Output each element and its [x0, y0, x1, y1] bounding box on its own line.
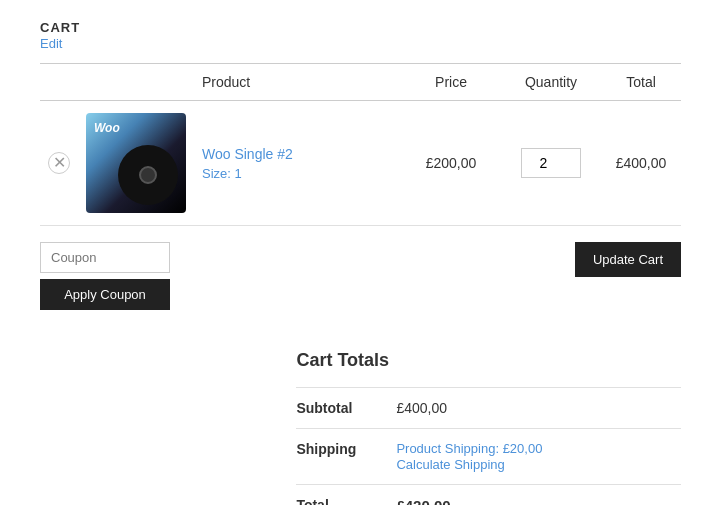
col-header-quantity: Quantity [501, 64, 601, 101]
shipping-product-text: Product Shipping: £20,00 [396, 441, 681, 456]
size-label: Size: [202, 166, 231, 181]
edit-link[interactable]: Edit [40, 36, 62, 51]
remove-cell: ✕ [40, 101, 78, 226]
cart-title: CART [40, 20, 681, 35]
cart-totals-title: Cart Totals [296, 350, 681, 371]
coupon-section: Apply Coupon [40, 242, 170, 310]
col-header-image [78, 64, 194, 101]
totals-table: Subtotal £400,00 Shipping Product Shippi… [296, 387, 681, 505]
price-cell: £200,00 [401, 101, 501, 226]
col-header-total: Total [601, 64, 681, 101]
product-size: Size: 1 [202, 166, 393, 181]
total-row: Total £420,00 [296, 485, 681, 506]
shipping-value: Product Shipping: £20,00 Calculate Shipp… [396, 429, 681, 485]
quantity-input[interactable] [521, 148, 581, 178]
total-value: £420,00 [396, 485, 681, 506]
col-header-remove [40, 64, 78, 101]
vinyl-record [118, 145, 178, 205]
cart-table: Product Price Quantity Total ✕ Woo Woo S [40, 63, 681, 226]
size-value: 1 [235, 166, 242, 181]
apply-coupon-button[interactable]: Apply Coupon [40, 279, 170, 310]
subtotal-label: Subtotal [296, 388, 396, 429]
update-cart-button[interactable]: Update Cart [575, 242, 681, 277]
coupon-input[interactable] [40, 242, 170, 273]
total-label: Total [296, 485, 396, 506]
product-name-cell: Woo Single #2 Size: 1 [194, 101, 401, 226]
cart-totals-section: Cart Totals Subtotal £400,00 Shipping Pr… [296, 350, 681, 505]
product-image-cell: Woo [78, 101, 194, 226]
cart-header: CART Edit [40, 20, 681, 51]
shipping-row: Shipping Product Shipping: £20,00 Calcul… [296, 429, 681, 485]
col-header-price: Price [401, 64, 501, 101]
product-image: Woo [86, 113, 186, 213]
quantity-cell [501, 101, 601, 226]
subtotal-value: £400,00 [396, 388, 681, 429]
vinyl-label: Woo [94, 121, 120, 135]
product-name-link[interactable]: Woo Single #2 [202, 146, 293, 162]
calculate-shipping-link[interactable]: Calculate Shipping [396, 457, 504, 472]
remove-item-button[interactable]: ✕ [48, 152, 70, 174]
shipping-label: Shipping [296, 429, 396, 485]
col-header-product: Product [194, 64, 401, 101]
subtotal-row: Subtotal £400,00 [296, 388, 681, 429]
total-cell: £400,00 [601, 101, 681, 226]
coupon-row: Apply Coupon Update Cart [40, 242, 681, 326]
table-row: ✕ Woo Woo Single #2 Size: 1 £200,00 [40, 101, 681, 226]
